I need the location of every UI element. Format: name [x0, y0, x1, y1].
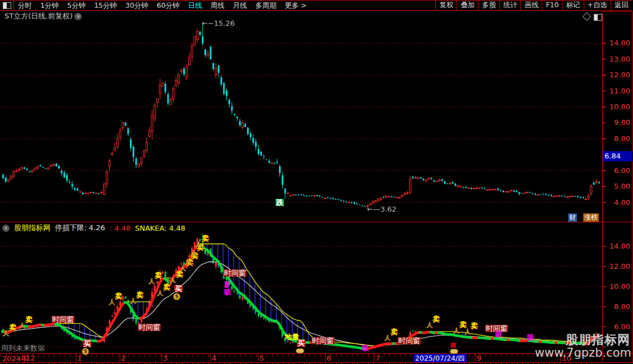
date-label: 2: [121, 354, 125, 362]
red-box-icon: [451, 343, 456, 348]
date-label: 5: [259, 354, 264, 362]
magenta-block-icon: [225, 281, 229, 288]
low-volume-label: 地量: [285, 333, 299, 340]
watermark-url: www.7gpzb.com: [535, 346, 631, 360]
main-axis-label: 14.00: [605, 39, 630, 47]
money-bag-icon: $: [173, 293, 180, 300]
gold-figure-icon: 人: [384, 335, 390, 341]
date-label: 1: [77, 354, 82, 362]
absorb-label: 吸: [224, 288, 231, 296]
time-window-label: 时间窗: [311, 337, 334, 344]
future-data-note: 用到未来数据: [1, 343, 45, 353]
stop-loss-value: 停损下限: 4.26: [55, 223, 105, 233]
indicator-axis-label: 12.00: [605, 262, 630, 270]
main-axis-label: 5.00: [605, 182, 630, 190]
sell-marker: 卖人: [155, 272, 162, 279]
sell-marker: 卖人: [115, 292, 122, 300]
collapse-chevron-icon[interactable]: ∨: [2, 225, 10, 232]
date-label: 12: [26, 354, 35, 362]
chart-canvas[interactable]: [0, 0, 633, 364]
gold-figure-icon: 人: [19, 323, 25, 329]
sell-marker: 卖人: [25, 316, 32, 323]
absorb-label: 吸: [495, 330, 502, 338]
date-label: 9: [477, 354, 481, 362]
sell-marker: 卖人: [9, 324, 16, 331]
main-axis-label: 6.00: [605, 166, 630, 175]
gold-figure-icon: 人: [3, 330, 9, 337]
snakea-value: SNAKEA: 4.48: [135, 224, 185, 232]
indicator-axis-label: 14.00: [605, 242, 630, 250]
main-axis-label: 12.00: [605, 71, 630, 79]
indicator-header: ∨ 股朋指标网 停损下限: 4.26 : 4.48 SNAKEA: 4.48: [2, 223, 185, 233]
gold-figure-icon: 人: [109, 299, 115, 305]
sell-marker: 卖人: [390, 328, 398, 335]
finance-badge[interactable]: 财: [568, 213, 577, 222]
indicator-site-label: 股朋指标网: [14, 223, 50, 233]
fall-badge: 跌: [276, 199, 284, 206]
gold-ingot-marker: [450, 343, 458, 354]
gold-figure-icon: 人: [170, 277, 176, 283]
gold-figure-icon: 人: [453, 328, 459, 334]
gold-figure-icon: 人: [190, 250, 197, 256]
date-label: 3: [163, 354, 167, 362]
stop-loss-extra-value: : 4.48: [109, 224, 130, 232]
date-label: 6: [327, 354, 331, 362]
gold-figure-icon: 人: [130, 298, 136, 304]
sell-marker: 卖人: [202, 235, 209, 242]
buy-marker: 买$: [83, 340, 91, 347]
sell-marker: 卖人: [163, 283, 170, 291]
gold-figure-icon: 人: [464, 329, 471, 335]
gainers-badge[interactable]: 涨榜: [583, 213, 599, 222]
gold-figure-icon: 人: [148, 278, 155, 284]
main-axis-label: 8.00: [605, 134, 630, 143]
sell-marker: 卖人: [459, 321, 467, 328]
indicator-axis-label: 6.00: [605, 323, 630, 331]
money-bag-icon: $: [82, 348, 89, 355]
main-axis-label: 10.00: [605, 102, 630, 111]
indicator-axis-label: 8.00: [605, 302, 630, 311]
gold-figure-icon: 人: [180, 265, 186, 272]
gold-ingot-icon: [450, 349, 458, 354]
gold-figure-icon: 人: [426, 322, 432, 328]
main-axis-label: 11.00: [605, 87, 630, 95]
date-label: 4: [212, 354, 216, 362]
sell-marker: 卖人: [432, 315, 440, 323]
gold-figure-icon: 人: [185, 259, 191, 265]
buy-marker: 买$: [174, 285, 183, 292]
time-window-label: 时间窗: [138, 324, 161, 331]
main-axis-label: 4.00: [605, 198, 630, 207]
gold-ingot-icon: [296, 348, 304, 353]
stock-app-window: 分时1分钟5分钟15分钟30分钟60分钟日线周线月线多周期更多 > 复权叠加多股…: [0, 0, 633, 364]
last-price-badge: 6.84: [603, 151, 632, 161]
date-label: 2024年: [2, 354, 28, 364]
absorb-label: 吸: [362, 344, 369, 352]
main-axis-label: 13.00: [605, 55, 630, 63]
peak-annotation: ←~15.26: [202, 19, 235, 27]
absorb-label: 吸: [527, 334, 534, 341]
time-window-label: 时间窗: [52, 316, 75, 323]
down-arrow-icon: ↓: [406, 334, 411, 342]
gold-figure-icon: 人: [196, 241, 202, 248]
main-axis-label: 9.00: [605, 118, 630, 127]
gold-figure-icon: 人: [157, 290, 163, 296]
sell-marker: 卖人: [136, 291, 143, 298]
trough-annotation: ←—3.62: [367, 205, 397, 213]
current-date-badge: 2025/07/24/四: [413, 354, 467, 362]
time-window-label: 时间窗: [224, 269, 246, 277]
date-label: 7: [375, 354, 380, 362]
sell-marker: 卖人: [471, 322, 478, 329]
indicator-axis-label: 10.00: [605, 282, 630, 291]
